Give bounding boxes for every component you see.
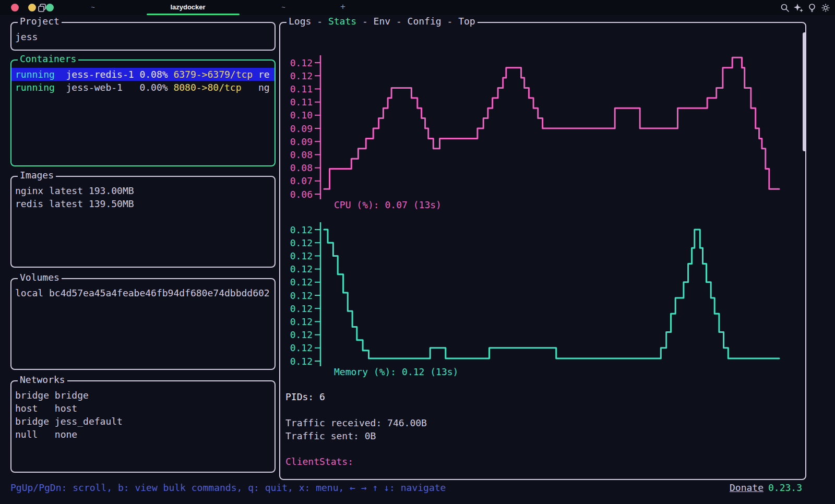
statusbar: PgUp/PgDn: scroll, b: view bulk commands… xyxy=(0,481,835,497)
y-axis-tick-label: 0.12 xyxy=(290,224,313,235)
terminal-tab-2[interactable]: ~ xyxy=(263,3,304,11)
y-axis-tick-label: 0.12 xyxy=(290,277,313,287)
maximize-window-button[interactable] xyxy=(46,4,54,11)
container-row-segment: jess-redis-1 0.08% xyxy=(55,69,174,80)
images-panel-title: Images xyxy=(18,170,56,181)
network-row-segment: bridge jess_default xyxy=(15,416,123,427)
close-window-button[interactable] xyxy=(11,4,19,11)
network-row-segment: bridge bridge xyxy=(15,390,89,401)
container-row-segment: running xyxy=(15,82,55,93)
main-tab-logs[interactable]: Logs xyxy=(289,16,311,27)
pids-line: PIDs: 6 xyxy=(285,391,325,402)
main-panel-tabs: Logs - Stats - Env - Config - Top xyxy=(287,16,478,27)
project-panel[interactable]: Project jess xyxy=(10,22,276,51)
networks-panel[interactable]: Networks bridge bridgehost hostbridge je… xyxy=(10,380,276,473)
image-row[interactable]: redis latest 139.50MB xyxy=(11,197,275,210)
main-scrollbar-thumb[interactable] xyxy=(803,32,806,151)
y-axis-tick-label: 0.12 xyxy=(290,316,313,327)
y-axis-tick-label: 0.12 xyxy=(290,263,313,274)
y-axis-tick-label: 0.07 xyxy=(290,175,313,186)
project-rows: jess xyxy=(11,30,275,43)
main-tab-stats[interactable]: Stats xyxy=(328,16,356,27)
containers-panel-title: Containers xyxy=(18,53,78,64)
y-axis-tick-label: 0.06 xyxy=(290,189,313,200)
terminal-tab-lazydocker[interactable]: lazydocker xyxy=(146,3,230,11)
y-axis-tick-label: 0.11 xyxy=(290,97,313,107)
network-row-segment: null none xyxy=(15,429,77,440)
client-stats-line: ClientStats: xyxy=(285,456,353,467)
y-axis-tick-label: 0.12 xyxy=(290,303,313,314)
minimize-window-button[interactable] xyxy=(28,4,36,11)
image-row-segment: nginx latest 193.00MB xyxy=(15,185,134,196)
volumes-panel-title: Volumes xyxy=(18,272,62,283)
container-row-segment: ng xyxy=(241,82,269,93)
network-row[interactable]: host host xyxy=(11,402,275,415)
tab-overview-icon[interactable] xyxy=(38,3,47,13)
project-row-segment: jess xyxy=(15,31,38,42)
y-axis-tick-label: 0.12 xyxy=(290,356,313,367)
main-tab-separator: - xyxy=(390,16,408,27)
y-axis-tick-label: 0.10 xyxy=(290,110,313,121)
main-tab-separator: - xyxy=(356,16,374,27)
main-tab-env[interactable]: Env xyxy=(374,16,391,27)
memory-chart-label: Memory (%): 0.12 (13s) xyxy=(334,366,458,377)
container-row-segment: 8080->80/tcp xyxy=(173,82,241,93)
containers-panel[interactable]: Containers running jess-redis-1 0.08% 63… xyxy=(10,59,276,166)
network-row-segment: host host xyxy=(15,403,77,414)
lazydocker-app: Project jess Containers running jess-red… xyxy=(0,15,835,504)
main-tab-config[interactable]: Config xyxy=(408,16,442,27)
image-row[interactable]: nginx latest 193.00MB xyxy=(11,184,275,197)
cpu-chart-plot: 0.120.120.110.110.100.090.090.080.080.07… xyxy=(280,53,797,210)
y-axis-tick-label: 0.09 xyxy=(290,136,313,147)
y-axis-tick-label: 0.08 xyxy=(290,162,313,173)
project-row[interactable]: jess xyxy=(11,30,275,43)
y-axis-tick-label: 0.12 xyxy=(290,290,313,301)
titlebar: ~ lazydocker ~ + xyxy=(0,0,835,15)
volumes-rows: local bc4d57ea45a4feabe46fb94df680e74dbb… xyxy=(11,286,275,299)
main-tab-separator: - xyxy=(311,16,328,27)
images-panel[interactable]: Images nginx latest 193.00MBredis latest… xyxy=(10,176,276,268)
traffic-sent-line: Traffic sent: 0B xyxy=(285,430,376,441)
y-axis-tick-label: 0.12 xyxy=(290,342,313,353)
terminal-tab-1[interactable]: ~ xyxy=(72,3,114,11)
y-axis-tick-label: 0.12 xyxy=(290,250,313,261)
container-row-segment: re xyxy=(253,69,270,80)
image-row-segment: redis latest 139.50MB xyxy=(15,198,134,209)
donate-link[interactable]: Donate xyxy=(730,482,764,493)
y-axis-tick-label: 0.12 xyxy=(290,237,313,248)
new-tab-button[interactable]: + xyxy=(322,2,364,12)
network-row[interactable]: null none xyxy=(11,428,275,441)
cpu-chart-label: CPU (%): 0.07 (13s) xyxy=(334,199,442,210)
y-axis-tick-label: 0.12 xyxy=(290,329,313,340)
containers-rows: running jess-redis-1 0.08% 6379->6379/tc… xyxy=(11,68,275,94)
project-panel-title: Project xyxy=(18,16,62,27)
main-panel: Logs - Stats - Env - Config - Top 0.120.… xyxy=(279,22,806,480)
settings-gear-icon[interactable] xyxy=(820,3,831,13)
traffic-received-line: Traffic received: 746.00B xyxy=(285,417,427,428)
memory-chart: 0.120.120.120.120.120.120.120.120.120.12… xyxy=(280,220,797,377)
sparkle-ai-icon[interactable] xyxy=(793,3,804,13)
search-icon[interactable] xyxy=(780,3,790,13)
network-row[interactable]: bridge jess_default xyxy=(11,415,275,428)
y-axis-tick-label: 0.12 xyxy=(290,57,313,68)
volumes-panel[interactable]: Volumes local bc4d57ea45a4feabe46fb94df6… xyxy=(10,278,276,370)
app-version: 0.23.3 xyxy=(768,482,802,493)
network-row[interactable]: bridge bridge xyxy=(11,389,275,402)
memory-chart-plot: 0.120.120.120.120.120.120.120.120.120.12… xyxy=(280,220,797,377)
lightbulb-icon[interactable] xyxy=(807,3,817,13)
y-axis-tick-label: 0.11 xyxy=(290,83,313,94)
main-tab-separator: - xyxy=(442,16,459,27)
memory-series-line xyxy=(324,230,779,358)
y-axis-tick-label: 0.12 xyxy=(290,70,313,81)
container-row[interactable]: running jess-redis-1 0.08% 6379->6379/tc… xyxy=(11,68,275,81)
container-row[interactable]: running jess-web-1 0.00% 8080->80/tcp ng xyxy=(11,81,275,94)
container-row-segment: 6379->6379/tcp xyxy=(173,69,253,80)
volume-row-segment: local bc4d57ea45a4feabe46fb94df680e74dbb… xyxy=(15,287,270,298)
y-axis-tick-label: 0.08 xyxy=(290,149,313,160)
container-row-segment: jess-web-1 0.00% xyxy=(55,82,174,93)
volume-row[interactable]: local bc4d57ea45a4feabe46fb94df680e74dbb… xyxy=(11,286,275,299)
main-tab-top[interactable]: Top xyxy=(458,16,475,27)
cpu-chart: 0.120.120.110.110.100.090.090.080.080.07… xyxy=(280,53,797,210)
networks-panel-title: Networks xyxy=(18,374,67,385)
networks-rows: bridge bridgehost hostbridge jess_defaul… xyxy=(11,389,275,441)
